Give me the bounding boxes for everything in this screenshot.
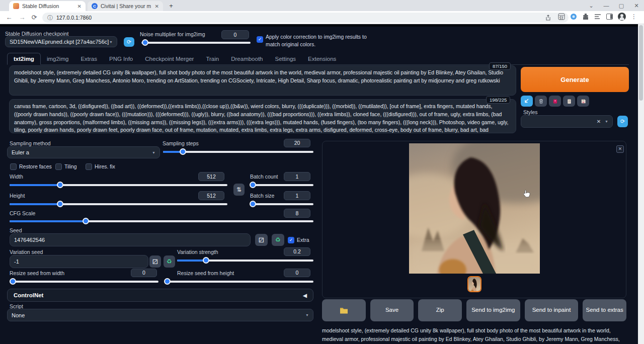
save-style-button[interactable]: [577, 96, 589, 107]
tab-png-info[interactable]: PNG Info: [103, 53, 139, 64]
new-tab-button[interactable]: +: [167, 2, 175, 10]
scrollbar-thumb[interactable]: [639, 25, 643, 101]
maximize-window-button[interactable]: ▢: [614, 0, 629, 11]
paste-params-arrow-button[interactable]: [521, 96, 533, 107]
prompt-textarea[interactable]: modelshoot style, (extremely detailed CG…: [9, 65, 516, 96]
script-value: None: [12, 312, 25, 318]
variation-reuse-seed-recycle-button[interactable]: ♻: [164, 255, 175, 268]
tab-extras[interactable]: Extras: [74, 53, 103, 64]
negative-prompt-textarea[interactable]: canvas frame, cartoon, 3d, ((disfigured)…: [9, 99, 516, 133]
tab-img2img[interactable]: img2img: [41, 53, 74, 64]
variation-strength-slider[interactable]: [177, 257, 313, 264]
tab-extensions[interactable]: Extensions: [302, 53, 342, 64]
height-input[interactable]: 512: [198, 191, 224, 200]
batch-count-slider[interactable]: [250, 182, 313, 189]
clear-prompt-trash-button[interactable]: [535, 96, 547, 107]
save-button[interactable]: Save: [370, 299, 414, 321]
close-window-button[interactable]: ✕: [629, 0, 644, 11]
color-correction-checkbox[interactable]: ✓: [257, 36, 263, 43]
extensions-puzzle-icon[interactable]: [582, 13, 589, 20]
address-bar[interactable]: ⓘ 127.0.0.1:7860 ☆: [42, 13, 569, 23]
apps-grid-icon[interactable]: [558, 13, 565, 20]
styles-label: Styles: [523, 109, 538, 115]
zip-button[interactable]: Zip: [418, 299, 462, 321]
checkpoint-dropdown[interactable]: SD15NewVAEpruned.ckpt [27a4ac756c] ▼: [5, 36, 117, 47]
controlnet-accordion[interactable]: ControlNet ◀: [7, 289, 313, 302]
reuse-seed-recycle-button[interactable]: ♻: [272, 234, 284, 246]
batch-count-input[interactable]: 1: [284, 172, 310, 181]
noise-multiplier-input[interactable]: 0: [221, 30, 249, 39]
seed-value: 1476462546: [14, 237, 45, 243]
resize-seed-height-slider[interactable]: [166, 278, 313, 285]
variation-strength-label: Variation strength: [177, 249, 218, 255]
height-slider[interactable]: [10, 201, 227, 208]
send-to-img2img-button[interactable]: Send to img2img: [466, 299, 520, 321]
reload-icon[interactable]: ⟳: [29, 13, 39, 23]
url-text: 127.0.0.1:7860: [56, 15, 92, 21]
screen: Stable Diffusion ✕ C Civitai | Share you…: [0, 0, 644, 344]
refresh-styles-button[interactable]: ⟳: [617, 116, 628, 127]
close-gallery-icon[interactable]: ✕: [616, 145, 624, 153]
sampling-method-dropdown[interactable]: Euler a ▼: [7, 146, 160, 158]
open-folder-button[interactable]: [322, 299, 366, 321]
extension-badge-icon[interactable]: [570, 13, 577, 20]
browser-menu-dots-icon[interactable]: ⋮: [631, 13, 637, 20]
tab-settings[interactable]: Settings: [269, 53, 302, 64]
close-tab-icon[interactable]: ✕: [77, 4, 82, 9]
batch-size-input[interactable]: 1: [284, 191, 310, 200]
send-to-inpaint-button[interactable]: Send to inpaint: [525, 299, 579, 321]
variation-seed-label: Variation seed: [10, 249, 43, 255]
seed-input[interactable]: 1476462546: [10, 233, 251, 246]
hires-fix-checkbox[interactable]: [86, 163, 92, 170]
noise-multiplier-label: Noise multiplier for img2img: [140, 31, 205, 37]
close-tab-icon[interactable]: ✕: [155, 4, 159, 9]
minimize-window-button[interactable]: —: [599, 0, 614, 11]
generated-image[interactable]: [409, 143, 540, 274]
chevron-down-icon: ▼: [152, 151, 155, 154]
width-slider[interactable]: [10, 182, 227, 189]
width-input[interactable]: 512: [198, 172, 224, 181]
send-to-extras-button[interactable]: Send to extras: [583, 299, 626, 321]
tiling-checkbox[interactable]: [55, 163, 62, 170]
resize-seed-height-input[interactable]: 0: [284, 269, 310, 277]
resize-seed-width-slider[interactable]: [10, 278, 158, 285]
profile-avatar[interactable]: [618, 13, 626, 21]
refresh-checkpoint-button[interactable]: ⟳: [124, 37, 134, 47]
generate-button[interactable]: Generate: [521, 67, 629, 92]
extra-networks-button[interactable]: [549, 96, 561, 107]
cfg-scale-input[interactable]: 8: [284, 209, 310, 218]
tab-txt2img[interactable]: txt2img: [7, 53, 41, 65]
random-seed-dice-button[interactable]: ⚂: [255, 234, 268, 246]
clear-styles-x-icon[interactable]: ✕: [597, 119, 601, 124]
browser-tab-stable-diffusion[interactable]: Stable Diffusion ✕: [9, 1, 86, 11]
back-icon[interactable]: ←: [4, 13, 14, 23]
gallery-thumbnail-selected[interactable]: [467, 276, 481, 292]
batch-size-slider[interactable]: [250, 201, 313, 208]
side-panel-icon[interactable]: [606, 14, 613, 20]
site-info-icon[interactable]: ⓘ: [47, 14, 53, 22]
tab-train[interactable]: Train: [200, 53, 225, 64]
stable-diffusion-webui: Stable Diffusion checkpoint SD15NewVAEpr…: [0, 24, 638, 344]
apply-style-button[interactable]: [563, 96, 575, 107]
chrome-menu-chevron-icon[interactable]: ⌄: [584, 0, 599, 11]
tab-checkpoint-merger[interactable]: Checkpoint Merger: [139, 53, 200, 64]
sampling-steps-input[interactable]: 20: [284, 139, 310, 147]
page-scrollbar[interactable]: [638, 24, 644, 344]
extra-seed-checkbox[interactable]: ✓: [288, 237, 294, 243]
variation-seed-input[interactable]: -1: [10, 255, 148, 268]
browser-tab-civitai[interactable]: C Civitai | Share your models ✕: [88, 1, 163, 11]
share-icon[interactable]: [545, 15, 551, 21]
script-dropdown[interactable]: None ▼: [7, 309, 313, 321]
resize-seed-width-input[interactable]: 0: [131, 269, 157, 277]
restore-faces-checkbox[interactable]: [10, 163, 17, 170]
cfg-scale-slider[interactable]: [10, 218, 313, 225]
noise-multiplier-slider[interactable]: [141, 39, 251, 46]
reading-list-icon[interactable]: [594, 14, 601, 20]
variation-random-seed-dice-button[interactable]: ⚂: [149, 255, 161, 268]
forward-icon[interactable]: →: [17, 13, 27, 23]
tab-dreambooth[interactable]: Dreambooth: [225, 53, 269, 64]
styles-dropdown[interactable]: ✕ ▼: [521, 115, 613, 128]
swap-dimensions-button[interactable]: ⇅: [233, 184, 245, 196]
sampling-steps-slider[interactable]: [163, 148, 313, 155]
variation-strength-input[interactable]: 0.2: [284, 247, 310, 256]
